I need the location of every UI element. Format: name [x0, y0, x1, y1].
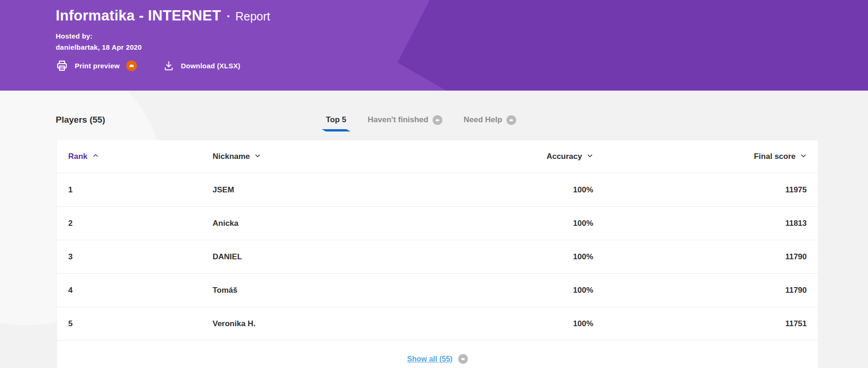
crown-icon [435, 118, 440, 123]
final-score-cell: 11790 [785, 252, 807, 262]
download-icon [163, 60, 175, 72]
chevron-down-icon [254, 152, 261, 161]
column-header-nickname[interactable]: Nickname [213, 152, 530, 161]
tab-top-5-label: Top 5 [326, 115, 346, 125]
players-toolbar: Players (55) Top 5 Haven't finished Need… [0, 111, 868, 129]
premium-badge [126, 60, 137, 71]
table-row: 2 Anicka 100% 11813 [57, 206, 818, 240]
print-preview-button[interactable]: Print preview [56, 59, 137, 72]
table-row: 4 Tomáš 100% 11790 [57, 273, 818, 307]
crown-icon [509, 118, 514, 123]
show-all-link[interactable]: Show all (55) [407, 355, 453, 363]
title-separator-dot: · [227, 9, 231, 24]
nickname-cell: Tomáš [213, 286, 530, 295]
table-row: 1 JSEM 100% 11975 [57, 173, 818, 206]
accuracy-cell: 100% [573, 252, 593, 262]
nickname-cell: JSEM [213, 185, 530, 195]
nickname-cell: DANIEL [213, 252, 530, 262]
column-final-score-label: Final score [754, 152, 796, 161]
chevron-down-icon [587, 152, 593, 161]
rank-cell: 4 [68, 286, 213, 295]
leaderboard-card: Rank Nickname Accuracy [57, 140, 818, 368]
nickname-cell: Anicka [213, 219, 530, 228]
report-tabs: Top 5 Haven't finished Need Help [326, 111, 516, 129]
column-nickname-label: Nickname [213, 152, 250, 161]
column-header-final-score[interactable]: Final score [754, 152, 807, 161]
table-row: 5 Veronika H. 100% 11751 [57, 307, 818, 340]
crown-icon [460, 356, 466, 361]
accuracy-cell: 100% [573, 319, 593, 329]
table-header-row: Rank Nickname Accuracy [57, 140, 818, 173]
players-count: Players (55) [56, 115, 105, 125]
rank-cell: 2 [68, 219, 213, 228]
chevron-up-icon [92, 152, 99, 161]
tab-havent-finished-label: Haven't finished [368, 115, 428, 125]
column-rank-label: Rank [68, 152, 88, 161]
report-type-label: Report [235, 10, 270, 23]
locked-badge [433, 115, 442, 125]
printer-icon [56, 59, 68, 72]
chevron-down-icon [800, 152, 807, 161]
final-score-cell: 11813 [785, 219, 807, 228]
accuracy-cell: 100% [573, 286, 593, 295]
tab-need-help[interactable]: Need Help [464, 115, 516, 125]
final-score-cell: 11751 [785, 319, 807, 329]
final-score-cell: 11790 [785, 286, 807, 295]
tab-top-5[interactable]: Top 5 [326, 115, 346, 125]
accuracy-cell: 100% [573, 185, 593, 195]
table-row: 3 DANIEL 100% 11790 [57, 240, 818, 273]
crown-icon [129, 63, 135, 69]
column-header-accuracy[interactable]: Accuracy [546, 152, 593, 161]
tab-need-help-label: Need Help [464, 115, 502, 125]
nickname-cell: Veronika H. [213, 319, 530, 329]
hosted-by-label: Hosted by: [56, 31, 868, 42]
accuracy-cell: 100% [573, 219, 593, 228]
download-xlsx-label: Download (XLSX) [181, 62, 240, 70]
column-header-rank[interactable]: Rank [68, 152, 213, 161]
final-score-cell: 11975 [785, 185, 807, 195]
hosted-by-value: danielbartak, 18 Apr 2020 [56, 42, 868, 53]
rank-cell: 5 [68, 319, 213, 329]
rank-cell: 1 [68, 185, 213, 195]
locked-badge [506, 115, 516, 125]
column-accuracy-label: Accuracy [546, 152, 582, 161]
tab-havent-finished[interactable]: Haven't finished [368, 115, 442, 125]
report-header: Informatika - INTERNET · Report Hosted b… [0, 0, 868, 91]
download-xlsx-button[interactable]: Download (XLSX) [163, 60, 240, 72]
rank-cell: 3 [68, 252, 213, 262]
print-preview-label: Print preview [75, 62, 120, 70]
page-title: Informatika - INTERNET [56, 7, 221, 24]
table-footer: Show all (55) [57, 340, 818, 368]
locked-badge [458, 354, 468, 364]
active-tab-underline [322, 129, 350, 131]
